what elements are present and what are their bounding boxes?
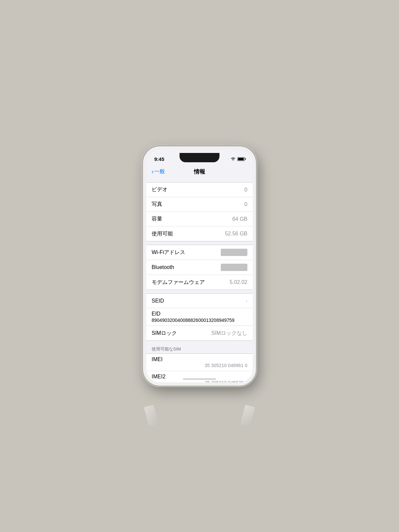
imei1-label-row: IMEI — [152, 356, 247, 362]
row-label-video: ビデオ — [152, 186, 168, 193]
section-group-2: Wi-Fiアドレス Bluetooth モデムファームウェア 5.02.02 — [146, 245, 253, 290]
scene: 9:45 · ‹ — [130, 116, 269, 416]
row-value-simlock: SIMロックなし — [211, 330, 247, 337]
imei1-label: IMEI — [152, 356, 163, 362]
settings-row-video: ビデオ 0 — [146, 183, 253, 197]
imei2-value: 35 305210 045579 3 — [205, 380, 247, 382]
row-label-available: 使用可能 — [152, 230, 173, 237]
row-label-capacity: 容量 — [152, 215, 162, 222]
seid-arrow-icon: › — [246, 298, 247, 304]
battery-fill — [238, 158, 244, 160]
stand-left — [144, 405, 159, 427]
row-value-capacity: 64 GB — [232, 216, 247, 222]
row-label-wifi: Wi-Fiアドレス — [152, 249, 185, 256]
settings-row-capacity: 容量 64 GB — [146, 212, 253, 226]
settings-row-bluetooth: Bluetooth — [146, 260, 253, 275]
settings-row-modem: モデムファームウェア 5.02.02 — [146, 275, 253, 290]
row-value-photos: 0 — [244, 201, 247, 207]
row-label-simlock: SIMロック — [152, 330, 177, 337]
row-value-available: 52.56 GB — [225, 231, 247, 237]
notch — [180, 153, 219, 162]
dot-indicator: · — [228, 157, 229, 161]
row-value-video: 0 — [244, 187, 247, 193]
wifi-address-blurred — [221, 249, 247, 256]
home-bar — [183, 378, 216, 380]
settings-row-simlock: SIMロック SIMロックなし — [146, 326, 253, 340]
imei2-label: IMEI2 — [152, 374, 166, 380]
bluetooth-address-blurred — [221, 264, 247, 271]
settings-row-eid: EID 89049032004008882600013208949759 — [146, 308, 253, 326]
battery-icon — [237, 157, 245, 161]
back-label: 一般 — [154, 168, 165, 175]
section-group-4: IMEI 35 305210 048961 0 IMEI2 35 305210 … — [146, 353, 253, 382]
section-group-1: ビデオ 0 写真 0 容量 64 GB 使用可能 52.56 GB — [146, 182, 253, 241]
row-label-seid: SEID — [152, 298, 164, 304]
row-label-bluetooth: Bluetooth — [152, 264, 174, 270]
section-label-sim: 使用可能なSIM — [146, 344, 253, 353]
settings-row-wifi: Wi-Fiアドレス — [146, 245, 253, 260]
row-value-modem: 5.02.02 — [230, 279, 247, 285]
status-icons: · — [228, 157, 245, 161]
back-chevron-icon: ‹ — [152, 168, 154, 175]
settings-row-imei2: IMEI2 35 305210 045579 3 — [146, 371, 253, 382]
screen: 9:45 · ‹ — [146, 150, 253, 382]
row-label-modem: モデムファームウェア — [152, 279, 205, 286]
back-button[interactable]: ‹ 一般 — [152, 168, 165, 175]
stand-right — [240, 405, 255, 427]
wifi-icon — [230, 157, 236, 161]
scroll-content[interactable]: ビデオ 0 写真 0 容量 64 GB 使用可能 52.56 GB — [146, 179, 253, 382]
eid-value: 89049032004008882600013208949759 — [152, 318, 247, 323]
eid-label: EID — [152, 311, 247, 317]
nav-header: ‹ 一般 情報 — [146, 164, 253, 179]
phone: 9:45 · ‹ — [143, 146, 256, 386]
settings-row-imei1: IMEI 35 305210 048961 0 — [146, 354, 253, 371]
row-label-photos: 写真 — [152, 201, 162, 208]
status-time: 9:45 — [154, 156, 164, 162]
section-group-3: SEID › EID 89049032004008882600013208949… — [146, 293, 253, 341]
imei1-value: 35 305210 048961 0 — [205, 363, 247, 368]
settings-row-seid[interactable]: SEID › — [146, 294, 253, 308]
settings-row-available: 使用可能 52.56 GB — [146, 226, 253, 241]
nav-title: 情報 — [194, 168, 205, 176]
settings-row-photos: 写真 0 — [146, 197, 253, 212]
